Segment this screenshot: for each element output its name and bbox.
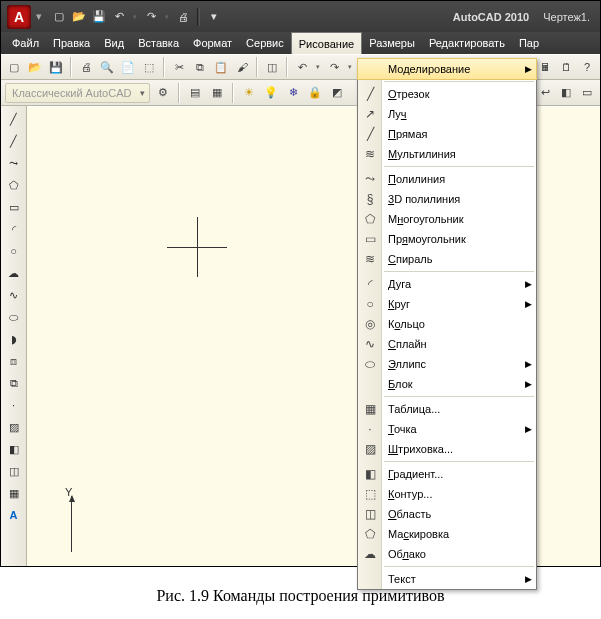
redo-icon[interactable]: ↷ [143, 9, 159, 25]
redo-icon[interactable]: ↷ [325, 58, 343, 76]
menu-item-[interactable]: ⤳Полилиния [358, 169, 536, 189]
menu-item-[interactable]: Текст▶ [358, 569, 536, 589]
lock-icon[interactable]: 🔒 [306, 84, 324, 102]
circle-icon[interactable]: ○ [5, 242, 23, 260]
markup-icon[interactable]: 🗒 [557, 58, 575, 76]
menu-item-3[interactable]: Вставка [131, 32, 186, 54]
polygon-icon[interactable]: ⬠ [5, 176, 23, 194]
insert-block-icon[interactable]: ⧈ [5, 352, 23, 370]
rectangle-icon[interactable]: ▭ [5, 198, 23, 216]
table-icon[interactable]: ▦ [5, 484, 23, 502]
point-icon[interactable]: · [5, 396, 23, 414]
layer-match-icon[interactable]: ◧ [557, 84, 575, 102]
app-menu-button[interactable]: A [7, 5, 31, 29]
menu-item-[interactable]: ◜Дуга▶ [358, 274, 536, 294]
ellipse-icon[interactable]: ⬭ [5, 308, 23, 326]
menu-item-[interactable]: Моделирование▶ [358, 59, 536, 79]
menu-item-[interactable]: ≋Спираль [358, 249, 536, 269]
bulb-icon[interactable]: 💡 [262, 84, 280, 102]
spline-icon[interactable]: ∿ [5, 286, 23, 304]
menu-item-[interactable]: ╱Отрезок [358, 84, 536, 104]
menu-item-4[interactable]: Формат [186, 32, 239, 54]
menu-item-[interactable]: ∿Сплайн [358, 334, 536, 354]
redo-dd-icon[interactable]: ▾ [346, 63, 354, 71]
menu-item-label: Моделирование [388, 63, 470, 75]
copy-icon[interactable]: ⧉ [191, 58, 209, 76]
undo-icon[interactable]: ↶ [111, 9, 127, 25]
revcloud-icon[interactable]: ☁ [5, 264, 23, 282]
menu-item-[interactable]: ↗Луч [358, 104, 536, 124]
menu-item-5[interactable]: Сервис [239, 32, 291, 54]
menu-item-[interactable]: ⬚Контур... [358, 484, 536, 504]
region-icon[interactable]: ◫ [5, 462, 23, 480]
hatch-icon[interactable]: ▨ [5, 418, 23, 436]
sun-icon[interactable]: ☀ [240, 84, 258, 102]
menu-item-[interactable]: ╱Прямая [358, 124, 536, 144]
new-icon[interactable]: ▢ [51, 9, 67, 25]
open-icon[interactable]: 📂 [26, 58, 44, 76]
plot-icon[interactable]: 🖨 [77, 58, 95, 76]
workspace-settings-icon[interactable]: ⚙ [154, 84, 172, 102]
freeze-icon[interactable]: ❄ [284, 84, 302, 102]
print-icon[interactable]: 🖨 [175, 9, 191, 25]
save-icon[interactable]: 💾 [91, 9, 107, 25]
gradient-icon[interactable]: ◧ [5, 440, 23, 458]
undo-dd[interactable]: ▾ [131, 13, 139, 21]
menu-item-8[interactable]: Редактировать [422, 32, 512, 54]
3dprint-icon[interactable]: ⬚ [140, 58, 158, 76]
menu-item-[interactable]: ▨Штриховка... [358, 439, 536, 459]
undo-dd-icon[interactable]: ▾ [314, 63, 322, 71]
save-icon[interactable]: 💾 [47, 58, 65, 76]
paste-icon[interactable]: 📋 [212, 58, 230, 76]
layer-props-icon[interactable]: ▤ [186, 84, 204, 102]
make-block-icon[interactable]: ⧉ [5, 374, 23, 392]
matchprop-icon[interactable]: 🖌 [233, 58, 251, 76]
qnew-icon[interactable]: ▢ [5, 58, 23, 76]
menu-item-[interactable]: ≋Мультилиния [358, 144, 536, 164]
layer-previous-icon[interactable]: ↩ [536, 84, 554, 102]
document-title: Чертеж1. [543, 11, 590, 23]
block-editor-icon[interactable]: ◫ [263, 58, 281, 76]
plot-preview-icon[interactable]: 🔍 [98, 58, 116, 76]
menu-item-2[interactable]: Вид [97, 32, 131, 54]
ellipse-arc-icon[interactable]: ◗ [5, 330, 23, 348]
redo-dd[interactable]: ▾ [163, 13, 171, 21]
xline-icon[interactable]: ╱ [5, 132, 23, 150]
pline-icon[interactable]: ⤳ [5, 154, 23, 172]
menu-item-[interactable]: ⬭Эллипс▶ [358, 354, 536, 374]
publish-icon[interactable]: 📄 [119, 58, 137, 76]
mtext-icon[interactable]: A [5, 506, 23, 524]
line-icon[interactable]: ╱ [5, 110, 23, 128]
menu-separator [384, 461, 534, 462]
menu-item-label: Маскировка [388, 528, 449, 540]
menu-item-label: Штриховка... [388, 443, 453, 455]
cut-icon[interactable]: ✂ [170, 58, 188, 76]
calc-icon[interactable]: 🖩 [536, 58, 554, 76]
menu-item-9[interactable]: Пар [512, 32, 546, 54]
menu-item-6[interactable]: Рисование [291, 32, 362, 54]
menu-item-[interactable]: ◫Область [358, 504, 536, 524]
menu-item-[interactable]: ⬠Маскировка [358, 524, 536, 544]
menu-item-[interactable]: ☁Облако [358, 544, 536, 564]
undo-icon[interactable]: ↶ [293, 58, 311, 76]
menu-item-3d[interactable]: §3D полилиния [358, 189, 536, 209]
menu-item-[interactable]: ◎Кольцо [358, 314, 536, 334]
layer-states-icon[interactable]: ▦ [208, 84, 226, 102]
menu-item-7[interactable]: Размеры [362, 32, 422, 54]
menu-item-[interactable]: ◧Градиент... [358, 464, 536, 484]
open-icon[interactable]: 📂 [71, 9, 87, 25]
menu-item-[interactable]: ·Точка▶ [358, 419, 536, 439]
menu-item-[interactable]: ⬠Многоугольник [358, 209, 536, 229]
qat-customize-icon[interactable]: ▾ [206, 9, 222, 25]
arc-icon[interactable]: ◜ [5, 220, 23, 238]
menu-item-[interactable]: ▭Прямоугольник [358, 229, 536, 249]
workspace-combo[interactable]: Классический AutoCAD [5, 83, 150, 103]
help-icon[interactable]: ? [578, 58, 596, 76]
bylayer-icon[interactable]: ▭ [578, 84, 596, 102]
menu-item-[interactable]: ○Круг▶ [358, 294, 536, 314]
menu-item-0[interactable]: Файл [5, 32, 46, 54]
menu-item-1[interactable]: Правка [46, 32, 97, 54]
layer-color-icon[interactable]: ◩ [328, 84, 346, 102]
menu-item-[interactable]: ▦Таблица... [358, 399, 536, 419]
menu-item-[interactable]: Блок▶ [358, 374, 536, 394]
